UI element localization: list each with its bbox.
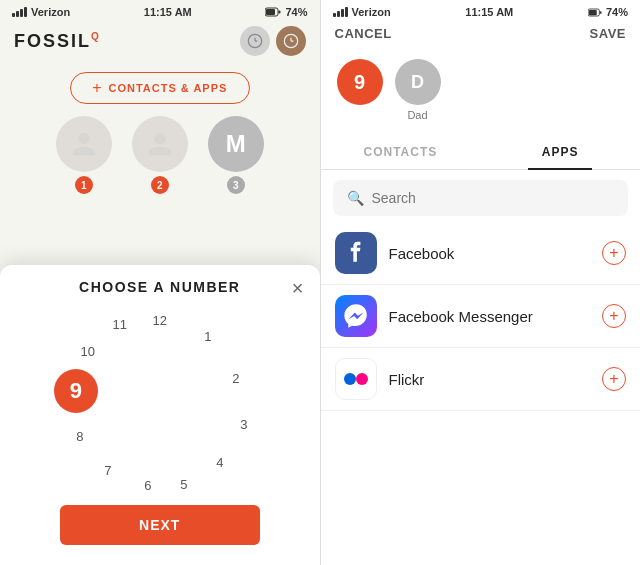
- clock-4[interactable]: 4: [216, 455, 223, 470]
- clock-3[interactable]: 3: [240, 417, 247, 432]
- battery-icon: [265, 7, 281, 17]
- plus-icon: +: [92, 79, 102, 97]
- clock-7[interactable]: 7: [104, 463, 111, 478]
- app-list: Facebook + Facebook Messenger + Flickr +: [321, 222, 641, 565]
- messenger-logo: [342, 302, 370, 330]
- selected-contact-avatar: D: [395, 59, 441, 105]
- flickr-icon: [335, 358, 377, 400]
- svg-rect-2: [266, 9, 275, 15]
- right-status-bar: Verizon 11:15 AM 74%: [321, 0, 641, 22]
- selected-number-badge: 9: [337, 59, 383, 105]
- svg-point-12: [344, 373, 356, 385]
- clock-6[interactable]: 6: [144, 478, 151, 493]
- messenger-icon: [335, 295, 377, 337]
- facebook-label: Facebook: [389, 245, 591, 262]
- clock-2[interactable]: 2: [232, 370, 239, 385]
- choose-number-modal: × CHOOSE A NUMBER 12 1 2 3 4 5 6 7 8 9 1…: [0, 265, 320, 565]
- search-input[interactable]: [372, 190, 615, 206]
- selected-contact[interactable]: D Dad: [395, 59, 441, 121]
- signal-icon: [12, 7, 27, 17]
- clock-dial[interactable]: 12 1 2 3 4 5 6 7 8 9 10 11: [60, 305, 260, 497]
- search-icon: 🔍: [347, 190, 364, 206]
- left-header: FOSSILQ: [0, 22, 320, 64]
- right-signal-icon: [333, 7, 348, 17]
- clock-12[interactable]: 12: [153, 313, 167, 328]
- slot-circle-2: [132, 116, 188, 172]
- right-time: 11:15 AM: [465, 6, 513, 18]
- messenger-add-button[interactable]: +: [602, 304, 626, 328]
- modal-close-button[interactable]: ×: [292, 277, 304, 300]
- next-button[interactable]: NEXT: [60, 505, 260, 545]
- right-panel: Verizon 11:15 AM 74% CANCEL SAVE 9 D Dad…: [321, 0, 641, 565]
- fossil-logo: FOSSILQ: [14, 31, 101, 52]
- watch-icons: [240, 26, 306, 56]
- left-battery: 74%: [265, 6, 307, 18]
- facebook-icon: [335, 232, 377, 274]
- tab-apps[interactable]: APPS: [480, 135, 640, 169]
- clock-1[interactable]: 1: [204, 328, 211, 343]
- slot-1[interactable]: 1: [56, 116, 112, 194]
- contact-icon-1: [70, 130, 98, 158]
- tab-contacts[interactable]: CONTACTS: [321, 135, 481, 169]
- clock-10[interactable]: 10: [81, 344, 95, 359]
- flickr-label: Flickr: [389, 371, 591, 388]
- svg-point-13: [356, 373, 368, 385]
- list-item: Facebook Messenger +: [321, 285, 641, 348]
- slot-3[interactable]: M 3: [208, 116, 264, 194]
- watch-face-icon-2: [281, 31, 301, 51]
- list-item: Flickr +: [321, 348, 641, 411]
- slot-number-3: 3: [227, 176, 245, 194]
- flickr-logo: [338, 361, 374, 397]
- slot-circle-1: [56, 116, 112, 172]
- slot-number-2: 2: [151, 176, 169, 194]
- tab-bar: CONTACTS APPS: [321, 135, 641, 170]
- right-battery-icon: [588, 8, 602, 17]
- svg-rect-10: [600, 11, 602, 14]
- slot-number-1: 1: [75, 176, 93, 194]
- watch-silver[interactable]: [240, 26, 270, 56]
- cancel-button[interactable]: CANCEL: [335, 26, 392, 41]
- watch-brown[interactable]: [276, 26, 306, 56]
- contact-icon-2: [146, 130, 174, 158]
- selected-contact-name: Dad: [407, 109, 427, 121]
- list-item: Facebook +: [321, 222, 641, 285]
- facebook-add-button[interactable]: +: [602, 241, 626, 265]
- left-status-bar: Verizon 11:15 AM 74%: [0, 0, 320, 22]
- clock-5[interactable]: 5: [180, 476, 187, 491]
- modal-title: CHOOSE A NUMBER: [79, 279, 240, 295]
- right-battery: 74%: [588, 6, 628, 18]
- search-bar[interactable]: 🔍: [333, 180, 629, 216]
- svg-rect-1: [279, 11, 281, 14]
- save-button[interactable]: SAVE: [590, 26, 626, 41]
- contacts-apps-button[interactable]: + CONTACTS & APPS: [70, 72, 250, 104]
- clock-11[interactable]: 11: [113, 317, 127, 332]
- left-carrier: Verizon: [12, 6, 70, 18]
- flickr-add-button[interactable]: +: [602, 367, 626, 391]
- right-carrier: Verizon: [333, 6, 391, 18]
- clock-9-selected[interactable]: 9: [54, 369, 98, 413]
- watch-face-icon: [245, 31, 265, 51]
- slot-letter-3: M: [208, 116, 264, 172]
- clock-8[interactable]: 8: [76, 428, 83, 443]
- facebook-logo: [342, 239, 370, 267]
- right-header: CANCEL SAVE: [321, 22, 641, 51]
- selected-contacts-row: 9 D Dad: [321, 51, 641, 135]
- messenger-label: Facebook Messenger: [389, 308, 591, 325]
- slot-2[interactable]: 2: [132, 116, 188, 194]
- svg-rect-11: [589, 9, 597, 14]
- left-panel: Verizon 11:15 AM 74% FOSSILQ: [0, 0, 320, 565]
- contact-slots: 1 2 M 3: [0, 116, 320, 206]
- left-time: 11:15 AM: [144, 6, 192, 18]
